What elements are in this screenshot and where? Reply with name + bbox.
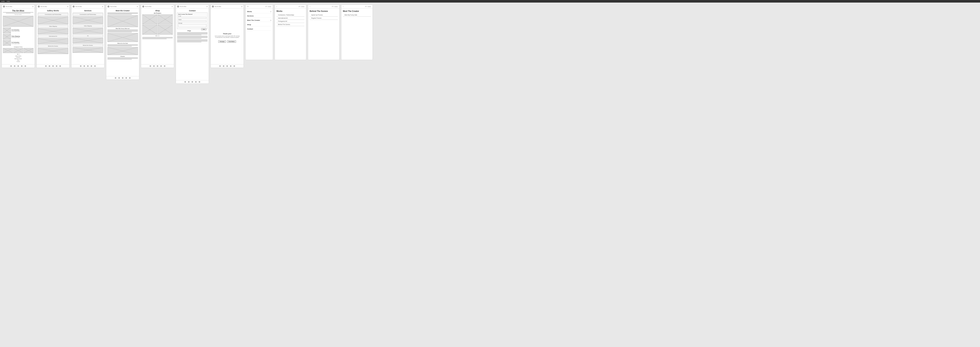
faq3-l4 (177, 42, 201, 42)
gallery-hamburger[interactable]: ≡ (67, 6, 68, 8)
menu2-divider-2 (277, 19, 304, 20)
menu1-meet-chevron: ∨ (270, 19, 271, 21)
services-nav-2[interactable]: Video Mapping (73, 24, 103, 27)
meet-logo-circle (107, 6, 110, 8)
screen-home-header: The Art Alive ≡ (2, 5, 35, 8)
shop-img-1 (142, 14, 157, 24)
screen-home-footer (2, 64, 35, 68)
meet-section1-text (107, 29, 138, 32)
footer-link-contact[interactable]: Contact (3, 61, 33, 62)
contact-hamburger[interactable]: ≡ (207, 6, 208, 8)
contact-form-title: Don't Loose The Chance! (178, 14, 206, 15)
gallery-nav-3[interactable]: International Art (38, 35, 68, 38)
home-section3-text: Art Animation Lorem ipsum dolor (11, 42, 19, 44)
menu1-close-icon[interactable]: ✕ (247, 6, 249, 8)
undo-label: undo (1, 0, 5, 2)
menu3-header: ‹ PT / ENG (308, 5, 339, 8)
screen-contact-header: The Art Alive ≡ (176, 5, 209, 8)
contact-email-input[interactable] (178, 17, 206, 19)
services-page-title: Services (73, 10, 103, 12)
hamburger-icon[interactable]: ≡ (32, 6, 33, 8)
footer-link-meet[interactable]: Meet the Creator (3, 58, 33, 59)
faq2-l2 (177, 37, 208, 37)
menu3-sub-1[interactable]: Speed Up Process (310, 14, 338, 16)
faq-item-1 (177, 32, 208, 35)
faq1-l2 (177, 33, 208, 33)
meet-footer-icon-2 (118, 77, 120, 79)
menu4-content: Meet The Creator Meet My Funny Side (341, 8, 372, 19)
footer-link-gallery[interactable]: Gallery Works (3, 56, 33, 57)
shop-text-1 (142, 37, 173, 38)
meet-logo: The Art Alive (107, 6, 117, 8)
faq1-l3 (177, 34, 208, 34)
shop-hamburger[interactable]: ≡ (172, 6, 173, 8)
insta-2 (13, 48, 23, 53)
screen-services-content: Services Commissions and Partnerships Vi… (72, 8, 104, 64)
gallery-logo-text: The Art Alive (40, 6, 47, 7)
footer-link-shop[interactable]: Shop (3, 60, 33, 61)
menu1-contact-title[interactable]: Contact (247, 27, 271, 31)
contact-logo: The Art Alive (177, 6, 186, 8)
menu1-meet-title[interactable]: Meet The Creator ∨ (247, 19, 271, 22)
thankyou-hamburger[interactable]: ≡ (242, 6, 242, 8)
thankyou-footer-icon-3 (226, 65, 228, 67)
services-hamburger[interactable]: ≡ (102, 6, 103, 8)
menu2-lang: PT / ENG (299, 6, 304, 7)
instagram-grid (3, 48, 33, 53)
menu1-works-title[interactable]: Works ∨ (247, 10, 271, 13)
social-btn[interactable]: Social Medias (227, 40, 236, 43)
menu4-lang: PT / ENG (365, 6, 371, 7)
menu2-sub-2[interactable]: International Art (277, 17, 304, 19)
menu2-header: ‹ PT / ENG (275, 5, 306, 8)
home-logo-text: The Art Alive (6, 6, 12, 7)
meet-hamburger[interactable]: ≡ (137, 6, 138, 8)
homepage-btn[interactable]: Homepage (218, 40, 226, 43)
services-nav-3[interactable]: Art (73, 34, 103, 37)
gallery-nav-4[interactable]: Behind the Scenes (38, 45, 68, 48)
screen-thankyou: The Art Alive ≡ Thank you! I aim to answ… (210, 5, 244, 68)
services-img-4 (73, 47, 103, 53)
thankyou-footer-icon-2 (223, 65, 224, 67)
screen-thankyou-footer (211, 64, 243, 68)
contact-subject-input[interactable] (178, 21, 206, 22)
menu2-sub-4[interactable]: Behind The Scenes (277, 23, 304, 25)
meet-s2-text-2 (107, 45, 138, 46)
services-nav-1[interactable]: Commissions and Partnerships (73, 13, 103, 16)
menu1-section-shop: Shop (247, 23, 271, 26)
contact-message-input[interactable] (178, 24, 206, 27)
menu1-shop-title[interactable]: Shop (247, 23, 271, 26)
menu2-sub-1[interactable]: Comissions / Partnerships (277, 14, 304, 16)
home-section2-desc: Lorem ipsum dolor (11, 37, 20, 38)
menu4-sub-1[interactable]: Meet My Funny Side (343, 14, 371, 16)
screen-meet-footer (106, 76, 139, 80)
services-nav-4[interactable]: Behind the Scenes (73, 44, 103, 47)
contact-footer-icon-4 (195, 81, 197, 83)
shop-dot-1 (156, 35, 156, 36)
screen-gallery: The Art Alive ≡ Gallery Works Commission… (37, 5, 70, 68)
home-subtitle-line2 (6, 13, 30, 13)
screen-home-content: The Art Alive By Sara Santos Art Animati… (2, 8, 35, 64)
home-section1-desc: Lorem ipsum dolor (11, 30, 19, 32)
thankyou-logo-text: The Art Alive (215, 6, 221, 7)
art-poster-label: Art Posters (142, 13, 173, 14)
menu4-header: ‹ PT / ENG (341, 5, 372, 8)
shop-page-title: Shop (142, 10, 173, 12)
shop-logo: The Art Alive (142, 6, 151, 8)
gallery-footer-icon-5 (59, 65, 61, 67)
footer-link-services[interactable]: Services (3, 57, 33, 58)
menu4-back-icon[interactable]: ‹ (343, 6, 344, 8)
screen-meet-creator: The Art Alive ≡ Meet the Creator Meet My… (106, 5, 139, 80)
thankyou-footer-icon-5 (234, 65, 235, 67)
menu3-sub-2[interactable]: Regular Process (310, 17, 338, 19)
gallery-nav-1[interactable]: Commissions and Partnerships (38, 13, 68, 16)
contact-send-btn[interactable]: Send (201, 28, 206, 30)
menu4-title: Meet The Creator (343, 10, 371, 12)
menu2-sub-3[interactable]: Portuguese Art (277, 20, 304, 22)
menu2-back-icon[interactable]: ‹ (277, 6, 277, 8)
meet-section2-title: Memo for the Soul (107, 43, 138, 44)
menu1-services-title[interactable]: Services (247, 14, 271, 18)
shop-footer-icon-5 (164, 65, 165, 67)
gallery-img-3 (38, 38, 68, 44)
gallery-nav-2[interactable]: Video Mapping (38, 25, 68, 28)
menu3-back-icon[interactable]: ‹ (310, 6, 310, 8)
